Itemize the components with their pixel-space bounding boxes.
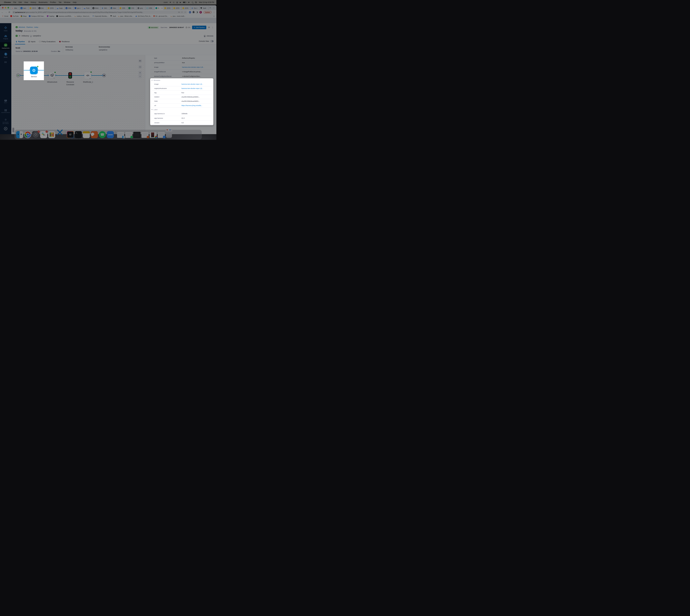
- card-row-key: url: [154, 105, 156, 106]
- success-check-icon: ✓: [37, 66, 39, 68]
- card-row-registryhostname: registryHostnameharness-ken-docker-repo-…: [151, 86, 212, 91]
- card-row-app-harness-io: app.harness.io100hello: [151, 111, 212, 116]
- card-footer: [150, 124, 213, 125]
- section-header-label[interactable]: Label: [150, 108, 213, 111]
- card-row-key: tag: [154, 92, 156, 93]
- card-row-key: image: [154, 83, 159, 85]
- chevron-up-icon: [151, 109, 153, 110]
- macos-desktop: ChromeFileEditViewHistoryBookmarksProfil…: [0, 0, 216, 140]
- card-row-sha: SHAsha256:658c8eae64831...: [151, 99, 212, 104]
- card-row-value: 100hello: [182, 113, 212, 114]
- card-row-tag: tagfour: [151, 91, 212, 95]
- card-row-shav2: SHAV2sha256:658c8eae64831...: [151, 95, 212, 99]
- card-row-key: app.harness: [154, 117, 163, 119]
- card-row-key: SHAV2: [154, 96, 160, 98]
- code-corner-icon: </>: [36, 73, 37, 74]
- section-title: Label: [153, 109, 158, 110]
- chevron-up-icon: [151, 80, 153, 81]
- card-row-value: four: [182, 92, 212, 93]
- card-row-value[interactable]: harness-ken-docker-repo-1.jf...: [182, 88, 212, 89]
- card-row-value: 4.0: [182, 122, 212, 124]
- card-row-key: SHA: [154, 101, 158, 102]
- card-row-value: 31.0: [182, 117, 212, 119]
- card-row-key: version: [154, 122, 160, 124]
- card-row-value: sha256:658c8eae64831...: [182, 101, 212, 102]
- card-row-key: registryHostname: [154, 88, 167, 89]
- service-node[interactable]: ⚙ ✓ </>: [30, 67, 38, 74]
- card-row-url: urlhttps://harness.jfrog.io/artifa...: [151, 104, 212, 108]
- card-row-value[interactable]: https://harness.jfrog.io/artifa...: [182, 105, 212, 106]
- card-row-app-harness: app.harness31.0: [151, 116, 212, 120]
- card-row-value: sha256:658c8eae64831...: [182, 96, 212, 98]
- card-section-metadata: Metadataimageharness-ken-docker-repo-1.j…: [150, 78, 213, 108]
- card-row-value[interactable]: harness-ken-docker-repo-1.jf...: [182, 83, 212, 85]
- section-title: Metadata: [153, 80, 160, 81]
- card-section-label: Labelapp.harness.io100helloapp.harness31…: [150, 108, 213, 125]
- service-gear-icon: ⚙: [32, 68, 36, 72]
- service-node-spotlight: ⚙ ✓ </> Service: [24, 62, 44, 80]
- metadata-card: Metadataimageharness-ken-docker-repo-1.j…: [150, 78, 213, 125]
- section-header-metadata[interactable]: Metadata: [150, 78, 213, 82]
- card-row-key: app.harness.io: [154, 113, 165, 114]
- card-row-image: imageharness-ken-docker-repo-1.jf...: [151, 82, 212, 86]
- node-label[interactable]: Service: [24, 76, 44, 78]
